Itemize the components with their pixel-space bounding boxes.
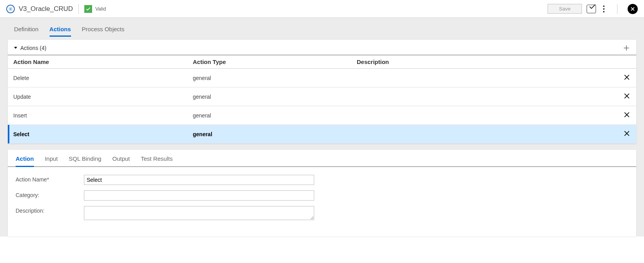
tab-definition[interactable]: Definition: [14, 26, 39, 37]
table-header: Action Name Action Type Description: [8, 55, 636, 69]
cell-type: general: [193, 131, 357, 137]
divider: [78, 4, 79, 14]
delete-row-button[interactable]: [615, 130, 631, 139]
valid-badge: Valid: [84, 5, 106, 13]
delete-row-button[interactable]: [615, 111, 631, 120]
col-header-desc: Description: [357, 59, 615, 65]
page-title: V3_Oracle_CRUD: [19, 5, 73, 13]
subtab-input[interactable]: Input: [45, 155, 58, 166]
close-button[interactable]: [628, 4, 638, 14]
cell-type: general: [193, 112, 357, 119]
more-menu-button[interactable]: [601, 4, 607, 14]
connector-icon: [6, 5, 15, 13]
check-icon: [84, 5, 92, 13]
table-row[interactable]: Update general: [8, 87, 636, 106]
table-row[interactable]: Select general: [8, 125, 636, 144]
category-label: Category:: [16, 190, 84, 198]
section-title: Actions (4): [20, 45, 46, 51]
subtab-sql-binding[interactable]: SQL Binding: [69, 155, 101, 166]
divider: [617, 4, 617, 14]
detail-panel: Action Input SQL Binding Output Test Res…: [8, 150, 636, 236]
actions-panel: Actions (4) Action Name Action Type Desc…: [8, 40, 636, 144]
cell-name: Delete: [13, 75, 193, 81]
table-row[interactable]: Insert general: [8, 106, 636, 125]
body-area: Definition Actions Process Objects Actio…: [0, 18, 644, 236]
category-input[interactable]: [84, 190, 314, 201]
actions-section-header: Actions (4): [8, 40, 636, 55]
cell-type: general: [193, 75, 357, 81]
svg-point-0: [10, 8, 11, 9]
action-form: Action Name* Category: Description:: [8, 167, 636, 233]
svg-marker-3: [14, 47, 17, 49]
cell-name: Update: [13, 94, 193, 100]
description-label: Description:: [16, 206, 84, 214]
collapse-caret-icon[interactable]: [13, 45, 18, 51]
delete-row-button[interactable]: [615, 73, 631, 82]
top-tabs: Definition Actions Process Objects: [0, 18, 644, 37]
header-bar: V3_Oracle_CRUD Valid Save: [0, 0, 644, 18]
tab-actions[interactable]: Actions: [50, 26, 71, 37]
table-row[interactable]: Delete general: [8, 69, 636, 87]
detail-tabs: Action Input SQL Binding Output Test Res…: [8, 150, 636, 167]
action-name-input[interactable]: [84, 175, 314, 185]
action-name-label: Action Name*: [16, 175, 84, 183]
cell-type: general: [193, 94, 357, 100]
tab-process-objects[interactable]: Process Objects: [82, 26, 125, 37]
subtab-output[interactable]: Output: [112, 155, 130, 166]
subtab-action[interactable]: Action: [16, 155, 34, 167]
validate-button[interactable]: [587, 5, 596, 13]
subtab-test-results[interactable]: Test Results: [141, 155, 173, 166]
col-header-type: Action Type: [193, 59, 357, 65]
cell-name: Select: [13, 131, 193, 137]
valid-label: Valid: [95, 6, 106, 12]
save-button[interactable]: Save: [548, 4, 582, 14]
delete-row-button[interactable]: [615, 92, 631, 101]
add-action-button[interactable]: [622, 44, 631, 52]
description-input[interactable]: [84, 206, 314, 220]
cell-name: Insert: [13, 112, 193, 119]
col-header-name: Action Name: [13, 59, 193, 65]
